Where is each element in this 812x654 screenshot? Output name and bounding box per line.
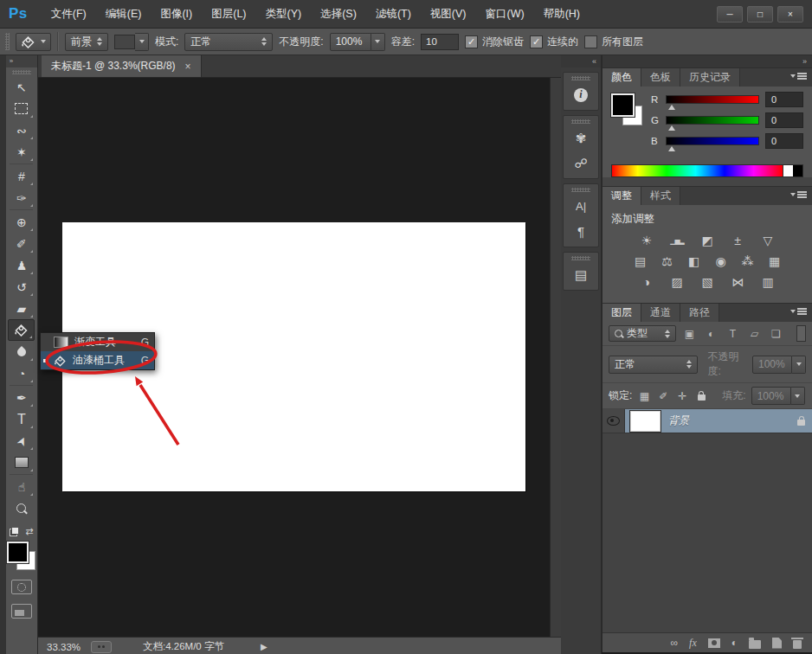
exposure-button[interactable]: ± (728, 234, 747, 247)
layer-row-main[interactable]: 背景 (625, 409, 812, 433)
move-tool[interactable]: ↖ (8, 76, 35, 98)
document-tab[interactable]: 未标题-1 @ 33.3%(RGB/8) × (42, 55, 202, 77)
status-menu-arrow-icon[interactable]: ▶ (261, 642, 267, 651)
rectangular-marquee-tool[interactable] (8, 98, 35, 119)
tool-preset-picker[interactable] (16, 33, 51, 51)
vibrance-button[interactable]: ▽ (758, 234, 777, 247)
panel-menu-icon[interactable] (790, 310, 807, 313)
new-adjustment-layer-button[interactable]: ◐ (731, 637, 738, 649)
tab-styles[interactable]: 样式 (641, 187, 680, 205)
menu-type[interactable]: 类型(Y) (256, 7, 312, 22)
layer-opacity-select[interactable]: 100% (752, 356, 806, 374)
selective-color-button[interactable]: ▥ (758, 275, 777, 289)
slider-thumb[interactable] (668, 105, 675, 110)
history-brush-tool[interactable]: ↺ (8, 276, 35, 298)
hand-tool[interactable]: ☝ (8, 476, 35, 497)
menu-image[interactable]: 图像(I) (151, 7, 202, 22)
green-value[interactable]: 0 (765, 112, 803, 128)
quick-mask-button[interactable] (11, 580, 32, 594)
swap-colors-button[interactable]: ⇄ (25, 526, 33, 537)
menu-layer[interactable]: 图层(L) (202, 7, 255, 22)
slider-thumb[interactable] (668, 146, 675, 151)
clone-stamp-tool[interactable]: ♟ (8, 254, 35, 276)
color-balance-button[interactable]: ⚖ (658, 254, 677, 268)
panel-dock-collapse-button[interactable]: » (603, 55, 812, 67)
tab-history[interactable]: 历史记录 (680, 68, 740, 87)
gradient-map-button[interactable]: ⋈ (728, 275, 747, 289)
lasso-tool[interactable]: ∾ (8, 119, 35, 141)
menu-select[interactable]: 选择(S) (311, 7, 366, 22)
layer-filter-toggle[interactable] (796, 325, 806, 342)
crop-tool[interactable]: # (8, 165, 35, 187)
default-colors-button[interactable] (10, 527, 19, 536)
foreground-color-swatch[interactable] (7, 542, 29, 563)
icon-dock-collapse-button[interactable]: « (561, 55, 601, 67)
filter-shape-layers-button[interactable]: ▱ (746, 326, 763, 341)
fill-source-select[interactable]: 前景 (65, 33, 108, 51)
maximize-button[interactable]: □ (747, 6, 773, 22)
color-lookup-button[interactable]: ▦ (765, 254, 784, 268)
new-group-button[interactable] (749, 640, 761, 649)
character-panel-button[interactable]: A| (564, 194, 598, 219)
foreground-color-swatch[interactable] (611, 93, 635, 117)
brightness-contrast-button[interactable]: ☀ (637, 234, 656, 247)
tolerance-input[interactable] (421, 34, 459, 50)
lock-position-button[interactable]: ✛ (675, 389, 689, 402)
tab-paths[interactable]: 路径 (680, 304, 719, 322)
toolbar-collapse-button[interactable]: » (6, 55, 37, 67)
tab-color[interactable]: 颜色 (603, 68, 641, 87)
pen-tool[interactable]: ✒ (8, 387, 35, 408)
green-slider[interactable] (666, 116, 759, 125)
panel-menu-icon[interactable] (790, 193, 807, 196)
screen-mode-button[interactable] (11, 604, 32, 619)
white-swatch[interactable] (783, 165, 793, 176)
red-value[interactable]: 0 (765, 92, 803, 107)
path-selection-tool[interactable]: ➤ (8, 430, 35, 452)
invert-button[interactable]: ◑ (637, 275, 656, 289)
opacity-select[interactable]: 100% (330, 33, 385, 51)
layer-visibility-toggle[interactable] (603, 409, 625, 433)
lock-image-pixels-button[interactable]: ✐ (656, 389, 670, 402)
clone-source-panel-button[interactable]: ☍ (564, 151, 598, 176)
black-white-button[interactable]: ◧ (685, 254, 704, 268)
pattern-picker[interactable] (114, 33, 149, 51)
paint-bucket-tool[interactable] (8, 319, 35, 341)
tab-swatches[interactable]: 色板 (641, 68, 680, 87)
fill-select[interactable]: 100% (751, 387, 805, 405)
type-tool[interactable]: T (8, 408, 35, 430)
shape-tool[interactable] (8, 452, 35, 473)
menu-view[interactable]: 视图(V) (421, 7, 476, 22)
posterize-button[interactable]: ▨ (667, 275, 686, 289)
channel-mixer-button[interactable]: ⁂ (738, 254, 757, 268)
red-slider[interactable] (666, 95, 759, 104)
minimize-button[interactable]: ─ (717, 6, 743, 22)
eraser-tool[interactable]: ▰ (8, 298, 35, 319)
threshold-button[interactable]: ▧ (698, 275, 717, 289)
lock-all-button[interactable] (694, 389, 708, 402)
vertical-scrollbar[interactable] (550, 78, 561, 637)
paragraph-panel-button[interactable]: ¶ (564, 219, 598, 244)
spectrum-gradient[interactable] (612, 165, 783, 176)
menu-edit[interactable]: 编辑(E) (96, 7, 151, 22)
menu-window[interactable]: 窗口(W) (476, 7, 534, 22)
brushes-panel-button[interactable]: ✾ (564, 125, 598, 151)
healing-brush-tool[interactable]: ⊕ (8, 211, 35, 233)
menu-help[interactable]: 帮助(H) (534, 7, 590, 22)
panel-menu-icon[interactable] (790, 74, 807, 78)
magic-wand-tool[interactable]: ✶ (8, 141, 35, 163)
slider-thumb[interactable] (668, 125, 675, 131)
lock-transparent-pixels-button[interactable]: ▦ (637, 389, 651, 402)
timeline-panel-button[interactable]: ▤ (564, 262, 598, 287)
layer-style-button[interactable]: fx (689, 637, 697, 650)
close-tab-icon[interactable]: × (185, 61, 191, 73)
color-spectrum-ramp[interactable] (611, 164, 803, 177)
add-layer-mask-button[interactable] (708, 638, 720, 648)
layer-blend-mode-select[interactable]: 正常 (609, 356, 698, 374)
curves-button[interactable]: ◩ (698, 234, 717, 247)
tab-layers[interactable]: 图层 (603, 304, 641, 322)
blend-mode-select[interactable]: 正常 (184, 33, 273, 51)
close-button[interactable]: × (777, 6, 803, 22)
layer-filter-select[interactable]: 类型 (609, 325, 676, 342)
gradient-tool-menu-item[interactable]: 渐变工具 G (41, 333, 154, 351)
filter-pixel-layers-button[interactable]: ▣ (681, 326, 698, 341)
